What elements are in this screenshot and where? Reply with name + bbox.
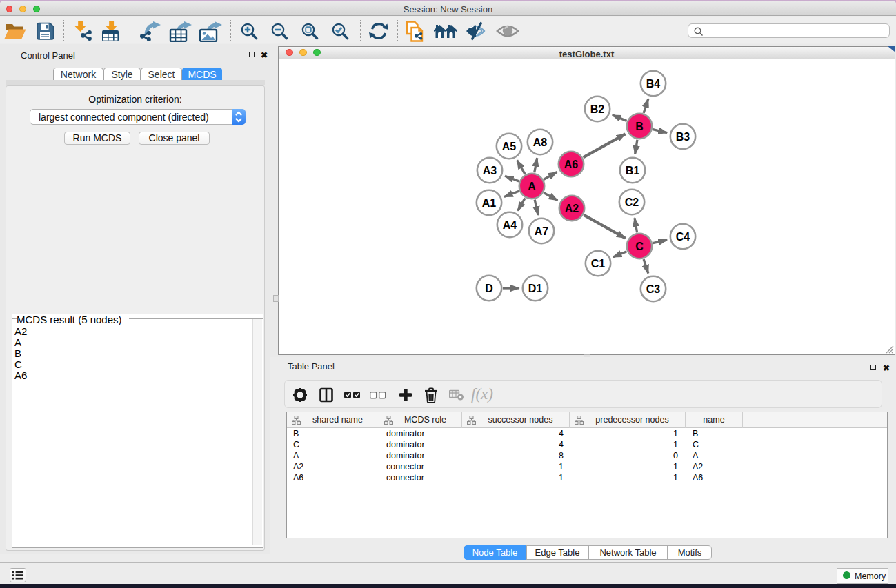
svg-text:A5: A5 <box>502 141 517 152</box>
svg-text:A4: A4 <box>503 219 517 231</box>
svg-text:B2: B2 <box>590 103 605 115</box>
svg-text:C4: C4 <box>676 231 690 243</box>
svg-text:A3: A3 <box>483 165 497 176</box>
svg-text:A2: A2 <box>565 203 579 214</box>
svg-text:A7: A7 <box>535 225 549 237</box>
svg-text:C3: C3 <box>646 283 661 295</box>
svg-text:A6: A6 <box>564 159 579 170</box>
svg-text:A: A <box>528 181 536 192</box>
svg-text:A1: A1 <box>482 197 497 209</box>
svg-text:D: D <box>485 283 493 294</box>
svg-text:C2: C2 <box>625 196 639 208</box>
svg-text:B3: B3 <box>676 131 690 143</box>
svg-text:A8: A8 <box>533 136 548 148</box>
svg-text:B4: B4 <box>646 78 661 90</box>
svg-text:B: B <box>635 121 644 132</box>
svg-text:C1: C1 <box>591 258 606 270</box>
svg-text:D1: D1 <box>528 283 543 294</box>
svg-text:B1: B1 <box>626 165 640 176</box>
svg-text:C: C <box>635 241 644 252</box>
